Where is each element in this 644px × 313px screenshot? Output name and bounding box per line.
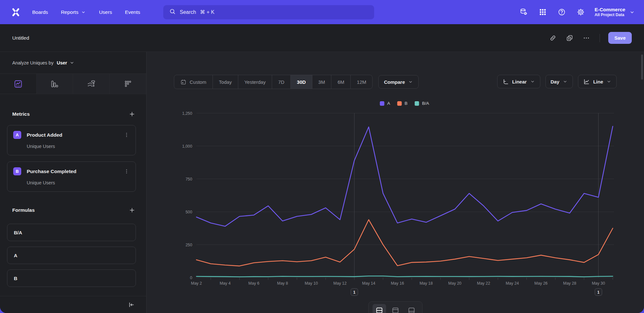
nav-item-label: Users	[99, 9, 112, 15]
link-icon	[549, 34, 556, 42]
formulas-section-header: Formulas	[12, 207, 135, 213]
y-axis-tick-label: 0	[190, 276, 192, 280]
layout-top-button[interactable]	[389, 304, 402, 313]
x-axis-tick-label: May 16	[391, 281, 404, 286]
analyze-value[interactable]: User	[57, 60, 67, 65]
chevron-down-icon	[408, 79, 413, 84]
more-horizontal-icon[interactable]	[583, 34, 590, 42]
data-icon	[520, 8, 528, 16]
formula-card-b[interactable]: B	[7, 269, 136, 287]
nav-item-reports[interactable]: Reports	[61, 9, 86, 15]
y-axis-tick-label: 1,250	[182, 111, 192, 116]
layout-switcher	[368, 301, 422, 313]
series-line-b-a[interactable]	[196, 276, 613, 277]
project-name: E-Commerce	[594, 6, 625, 13]
range-label: Custom	[190, 79, 206, 85]
formula-card-a[interactable]: A	[7, 247, 136, 264]
chevron-down-icon	[81, 10, 86, 15]
scrollbar-thumb[interactable]	[641, 54, 643, 80]
formula-expression: B/A	[14, 230, 22, 235]
compare-label: Compare	[384, 79, 405, 85]
formula-card-b-a[interactable]: B/A	[7, 224, 136, 241]
y-axis-tick-label: 250	[185, 243, 192, 247]
layout-split-button[interactable]	[373, 304, 386, 313]
top-nav: BoardsReportsUsersEvents Search ⌘ + K E-…	[0, 0, 644, 24]
metric-card-b[interactable]: BPurchase CompletedUnique Users	[7, 161, 136, 192]
range-6m[interactable]: 6M	[331, 75, 351, 89]
range-label: 30D	[297, 79, 306, 85]
linear-scale-icon	[502, 78, 509, 85]
metric-name: Purchase Completed	[27, 169, 76, 174]
formula-expression: B	[14, 276, 17, 281]
duplicate-icon	[566, 34, 573, 42]
more-vertical-icon[interactable]	[123, 168, 130, 175]
formula-expression: A	[14, 253, 17, 258]
chevron-down-icon	[629, 9, 635, 15]
tab-flows[interactable]	[73, 74, 110, 94]
x-axis-tick-label: May 10	[305, 281, 318, 286]
chevron-down-icon	[563, 79, 568, 84]
primary-nav: BoardsReportsUsersEvents	[32, 9, 153, 15]
metric-measure[interactable]: Unique Users	[27, 144, 130, 149]
chart-type-label: Line	[593, 79, 603, 84]
add-formula-button[interactable]	[129, 207, 135, 213]
layout-bottom-button[interactable]	[405, 304, 418, 313]
report-type-tabs	[0, 74, 146, 94]
interval-selector[interactable]: Day	[545, 75, 573, 88]
date-range-toolbar: CustomTodayYesterday7D30D3M6M12M Compare	[174, 75, 419, 89]
range-yesterday[interactable]: Yesterday	[238, 75, 272, 89]
nav-item-events[interactable]: Events	[125, 9, 140, 15]
scale-selector[interactable]: Linear	[497, 75, 540, 88]
chevron-down-icon[interactable]	[69, 60, 75, 65]
more-vertical-icon	[123, 132, 130, 138]
compare-button[interactable]: Compare	[378, 75, 418, 89]
series-line-b[interactable]	[196, 220, 613, 266]
apps-grid-icon[interactable]	[539, 8, 547, 16]
data-icon[interactable]	[520, 8, 528, 16]
tab-funnels[interactable]	[37, 74, 73, 94]
apps-grid-icon	[539, 8, 547, 16]
range-30d[interactable]: 30D	[291, 75, 312, 89]
duplicate-icon[interactable]	[566, 34, 573, 42]
project-switcher[interactable]: E-Commerce All Project Data	[594, 6, 625, 18]
formulas-title: Formulas	[12, 207, 35, 213]
metric-card-a[interactable]: AProduct AddedUnique Users	[7, 125, 136, 155]
insights-tab-icon	[14, 80, 23, 88]
metrics-section-header: Metrics	[12, 111, 135, 117]
metric-measure[interactable]: Unique Users	[27, 180, 130, 185]
add-metric-button[interactable]	[129, 111, 135, 117]
annotation-badge-label: 1	[353, 290, 355, 295]
range-12m[interactable]: 12M	[351, 75, 372, 89]
app-window: BoardsReportsUsersEvents Search ⌘ + K E-…	[0, 0, 644, 313]
range-custom[interactable]: Custom	[174, 75, 213, 89]
settings-gear-icon[interactable]	[577, 8, 585, 16]
search-shortcut: ⌘ + K	[200, 9, 214, 15]
save-button[interactable]: Save	[608, 32, 632, 44]
collapse-sidebar-icon[interactable]	[128, 301, 135, 308]
divider	[600, 34, 600, 42]
series-line-a[interactable]	[196, 126, 613, 226]
chevron-down-icon[interactable]	[629, 9, 635, 15]
x-axis-tick-label: May 30	[592, 281, 605, 286]
link-icon[interactable]	[549, 34, 556, 42]
chevron-down-icon	[530, 79, 535, 84]
help-icon[interactable]	[558, 8, 566, 16]
tab-retention[interactable]	[110, 74, 147, 94]
chart-type-selector[interactable]: Line	[578, 75, 617, 88]
sidebar-footer	[0, 296, 146, 313]
mixpanel-logo[interactable]	[9, 6, 23, 19]
mixpanel-logo-glyph	[10, 7, 21, 17]
calendar-icon	[180, 79, 186, 85]
range-7d[interactable]: 7D	[272, 75, 291, 89]
nav-item-users[interactable]: Users	[99, 9, 112, 15]
more-vertical-icon[interactable]	[123, 132, 130, 138]
plus-icon	[129, 207, 135, 213]
tab-insights[interactable]	[0, 74, 37, 94]
search-input[interactable]: Search ⌘ + K	[163, 5, 374, 19]
range-3m[interactable]: 3M	[312, 75, 332, 89]
nav-item-boards[interactable]: Boards	[32, 9, 48, 15]
search-placeholder: Search	[180, 9, 196, 15]
layout-split-icon	[375, 307, 383, 313]
range-today[interactable]: Today	[213, 75, 238, 89]
report-title[interactable]: Untitled	[12, 35, 29, 41]
